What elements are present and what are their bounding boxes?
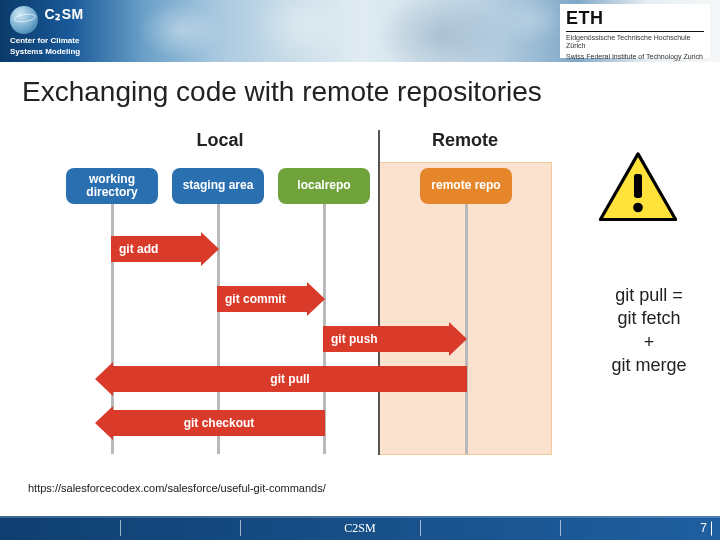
note-line-3: + (594, 331, 704, 354)
slide-footer: C2SM 7 (0, 516, 720, 540)
image-citation: https://salesforcecodex.com/salesforce/u… (28, 482, 326, 494)
arrow-head-icon (307, 282, 325, 316)
arrow-head-icon (449, 322, 467, 356)
section-label-remote: Remote (378, 130, 552, 157)
arrow-git-add: git add (111, 236, 219, 262)
pill-remote-repo: remote repo (420, 168, 512, 204)
eth-line2: Swiss Federal Institute of Technology Zu… (566, 53, 704, 61)
section-divider (378, 130, 380, 455)
logo-title: C₂SM (45, 6, 84, 22)
warning-icon (598, 150, 678, 225)
logo-tagline-2: Systems Modeling (10, 47, 120, 56)
svg-rect-1 (634, 174, 642, 198)
arrow-label-commit: git commit (217, 286, 307, 312)
header-banner: C₂SM Center for Climate Systems Modeling… (0, 0, 720, 62)
arrow-head-icon (95, 362, 113, 396)
arrow-label-add: git add (111, 236, 201, 262)
c2sm-logo: C₂SM Center for Climate Systems Modeling (10, 6, 120, 56)
slide-title: Exchanging code with remote repositories (0, 62, 720, 108)
arrow-head-icon (95, 406, 113, 440)
pill-staging-area: staging area (172, 168, 264, 204)
arrow-git-commit: git commit (217, 286, 325, 312)
arrow-label-checkout: git checkout (113, 410, 325, 436)
svg-point-2 (633, 203, 643, 213)
footer-center-text: C2SM (344, 521, 375, 536)
note-line-2: git fetch (594, 307, 704, 330)
note-line-4: git merge (594, 354, 704, 377)
eth-line1: Eidgenössische Technische Hochschule Zür… (566, 34, 704, 51)
arrow-label-pull: git pull (113, 366, 467, 392)
page-number: 7 (700, 521, 712, 536)
section-label-local: Local (62, 130, 378, 157)
arrow-git-push: git push (323, 326, 467, 352)
eth-name: ETH (566, 8, 704, 32)
git-diagram: Local Remote working directory staging a… (62, 130, 552, 460)
pull-explanation: git pull = git fetch + git merge (594, 284, 704, 378)
pill-local-repo: localrepo (278, 168, 370, 204)
arrow-git-checkout: git checkout (95, 410, 325, 436)
arrow-git-pull: git pull (95, 366, 467, 392)
arrow-head-icon (201, 232, 219, 266)
eth-logo: ETH Eidgenössische Technische Hochschule… (560, 4, 710, 58)
globe-icon (10, 6, 38, 34)
note-line-1: git pull = (594, 284, 704, 307)
logo-tagline-1: Center for Climate (10, 36, 120, 45)
arrow-label-push: git push (323, 326, 449, 352)
pill-working-directory: working directory (66, 168, 158, 204)
